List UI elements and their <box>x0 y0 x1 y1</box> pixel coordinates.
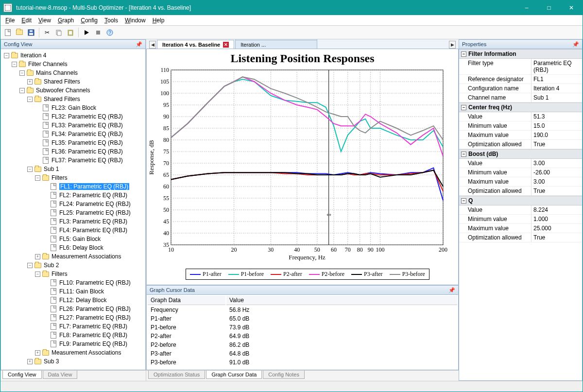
property-row[interactable]: Minimum value1.000 <box>459 215 582 224</box>
copy-icon[interactable] <box>53 27 64 38</box>
pin-icon[interactable]: 📌 <box>136 41 142 48</box>
help-icon[interactable]: ? <box>104 27 115 38</box>
tree-item[interactable]: +Sub 3 <box>1 357 145 366</box>
tree-item[interactable]: FL23: Gain Block <box>1 103 145 112</box>
tab-close-icon[interactable]: ✕ <box>223 42 229 48</box>
tree-item[interactable]: FL35: Parametric EQ (RBJ) <box>1 138 145 147</box>
tree-item[interactable]: FL5: Gain Block <box>1 235 145 243</box>
bottom-tab[interactable]: Optimization Status <box>148 371 205 379</box>
property-row[interactable]: Optimization allowedTrue <box>459 187 582 196</box>
tree-item[interactable]: −Filter Channels <box>1 60 145 68</box>
svg-rect-6 <box>69 31 72 34</box>
tree-item[interactable]: FL12: Delay Block <box>1 296 145 305</box>
bottom-tab[interactable]: Graph Cursor Data <box>206 371 262 379</box>
config-tree[interactable]: −Iteration 4−Filter Channels−Mains Chann… <box>1 49 145 368</box>
tree-item[interactable]: FL37: Parametric EQ (RBJ) <box>1 156 145 165</box>
property-row[interactable]: Optimization allowedTrue <box>459 140 582 149</box>
property-row[interactable]: Optimization allowedTrue <box>459 233 582 242</box>
menu-view[interactable]: View <box>38 17 51 24</box>
menu-graph[interactable]: Graph <box>58 17 74 24</box>
tree-item[interactable]: FL4: Parametric EQ (RBJ) <box>1 226 145 235</box>
property-category[interactable]: −Center freq (Hz) <box>459 102 582 112</box>
tree-item[interactable]: −Mains Channels <box>1 68 145 77</box>
tree-item[interactable]: FL11: Gain Block <box>1 287 145 296</box>
svg-text:90: 90 <box>163 113 169 120</box>
stop-icon[interactable] <box>93 27 103 38</box>
tree-item[interactable]: −Iteration 4 <box>1 51 145 60</box>
tree-item[interactable]: FL10: Parametric EQ (RBJ) <box>1 278 145 287</box>
property-row[interactable]: Reference designatorFL1 <box>459 75 582 84</box>
menu-window[interactable]: Window <box>125 17 146 24</box>
property-row[interactable]: Maximum value190.0 <box>459 131 582 140</box>
menu-config[interactable]: Config <box>81 17 98 24</box>
tab-active-label: Iteration 4 vs. Baseline <box>162 42 220 48</box>
tree-item[interactable]: +Measurement Associations <box>1 252 145 261</box>
tree-item[interactable]: FL2: Parametric EQ (RBJ) <box>1 191 145 200</box>
minimize-button[interactable]: – <box>515 0 538 15</box>
tree-item[interactable]: FL25: Parametric EQ (RBJ) <box>1 208 145 217</box>
chart-area[interactable]: Listening Position Responses 35404550556… <box>146 49 459 285</box>
property-category[interactable]: −Boost (dB) <box>459 149 582 159</box>
tree-item[interactable]: FL7: Parametric EQ (RBJ) <box>1 322 145 331</box>
tree-item[interactable]: −Filters <box>1 270 145 278</box>
property-row[interactable]: Filter typeParametric EQ (RBJ) <box>459 59 582 75</box>
close-button[interactable]: ✕ <box>560 0 583 15</box>
tree-item[interactable]: −Sub 2 <box>1 261 145 270</box>
tree-item[interactable]: FL6: Delay Block <box>1 243 145 252</box>
doc-icon <box>50 244 57 251</box>
property-row[interactable]: Maximum value3.00 <box>459 177 582 187</box>
properties-grid[interactable]: −Filter InformationFilter typeParametric… <box>459 49 582 242</box>
property-row[interactable]: Value3.00 <box>459 159 582 168</box>
menu-edit[interactable]: Edit <box>21 17 32 24</box>
bottom-tab[interactable]: Config Notes <box>263 371 305 379</box>
property-category[interactable]: −Q <box>459 196 582 205</box>
tree-item[interactable]: FL33: Parametric EQ (RBJ) <box>1 121 145 130</box>
property-row[interactable]: Minimum value15.0 <box>459 121 582 131</box>
tree-item[interactable]: FL9: Parametric EQ (RBJ) <box>1 340 145 348</box>
property-row[interactable]: Value8.224 <box>459 205 582 215</box>
property-row[interactable]: Minimum value-26.00 <box>459 168 582 177</box>
tree-item[interactable]: FL27: Parametric EQ (RBJ) <box>1 313 145 322</box>
paste-icon[interactable] <box>65 27 76 38</box>
tab[interactable]: Iteration ... <box>235 40 317 49</box>
tree-item[interactable]: −Shared Filters <box>1 95 145 103</box>
tree-item[interactable]: FL34: Parametric EQ (RBJ) <box>1 130 145 138</box>
tree-item[interactable]: FL8: Parametric EQ (RBJ) <box>1 331 145 340</box>
tree-item[interactable]: FL3: Parametric EQ (RBJ) <box>1 217 145 226</box>
save-icon[interactable] <box>26 27 36 38</box>
property-row[interactable]: Channel nameSub 1 <box>459 93 582 102</box>
cut-icon[interactable]: ✂ <box>42 27 52 38</box>
tree-item[interactable]: −Filters <box>1 173 145 182</box>
new-icon[interactable] <box>2 27 13 38</box>
menu-tools[interactable]: Tools <box>104 17 118 24</box>
tab-active[interactable]: Iteration 4 vs. Baseline ✕ <box>157 40 234 49</box>
play-icon[interactable] <box>81 27 92 38</box>
tree-item[interactable]: −Subwoofer Channels <box>1 86 145 95</box>
tree-item[interactable]: +Measurement Associations <box>1 348 145 357</box>
tree-item[interactable]: FL26: Parametric EQ (RBJ) <box>1 305 145 313</box>
property-category[interactable]: −Filter Information <box>459 49 582 59</box>
tree-item[interactable]: +Shared Filters <box>1 77 145 86</box>
property-row[interactable]: Maximum value25.000 <box>459 224 582 233</box>
tabs-scroll-left[interactable]: ◀ <box>149 41 156 49</box>
svg-text:75: 75 <box>163 148 169 155</box>
pin-icon[interactable]: 📌 <box>572 41 579 48</box>
property-row[interactable]: Configuration nameIteration 4 <box>459 84 582 93</box>
menu-help[interactable]: Help <box>153 17 165 24</box>
bottom-tab[interactable]: Config View <box>2 371 42 379</box>
legend-item: P2-before <box>309 271 344 278</box>
property-row[interactable]: Value51.3 <box>459 112 582 121</box>
tabs-scroll-right[interactable]: ▶ <box>449 41 456 49</box>
open-icon[interactable] <box>14 27 25 38</box>
maximize-button[interactable]: □ <box>538 0 560 15</box>
menu-file[interactable]: File <box>5 17 15 24</box>
tree-label: Sub 2 <box>44 262 59 269</box>
tree-item[interactable]: FL32: Parametric EQ (RBJ) <box>1 112 145 121</box>
tree-item[interactable]: FL36: Parametric EQ (RBJ) <box>1 147 145 156</box>
tree-item[interactable]: FL24: Parametric EQ (RBJ) <box>1 200 145 208</box>
tree-item[interactable]: −Sub 1 <box>1 165 145 173</box>
pin-icon[interactable]: 📌 <box>448 287 455 293</box>
tree-item[interactable]: FL1: Parametric EQ (RBJ) <box>1 182 145 191</box>
properties-header: Properties 📌 <box>459 39 583 49</box>
bottom-tab[interactable]: Data View <box>43 371 78 379</box>
